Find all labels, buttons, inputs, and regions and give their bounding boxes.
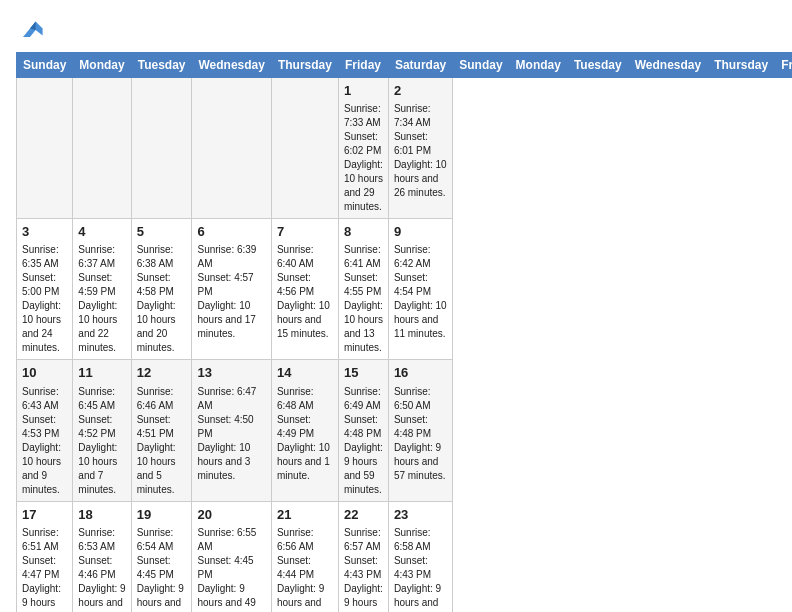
calendar-cell	[192, 78, 271, 219]
day-number: 3	[22, 223, 67, 241]
day-info: Sunrise: 6:45 AM Sunset: 4:52 PM Dayligh…	[78, 385, 125, 497]
header-sunday: Sunday	[17, 53, 73, 78]
day-number: 21	[277, 506, 333, 524]
header	[16, 16, 776, 44]
header-day-sunday: Sunday	[453, 53, 509, 78]
day-info: Sunrise: 6:41 AM Sunset: 4:55 PM Dayligh…	[344, 243, 383, 355]
header-day-wednesday: Wednesday	[628, 53, 707, 78]
calendar-cell	[271, 78, 338, 219]
day-number: 1	[344, 82, 383, 100]
calendar-cell	[131, 78, 192, 219]
day-info: Sunrise: 6:55 AM Sunset: 4:45 PM Dayligh…	[197, 526, 265, 612]
day-info: Sunrise: 6:51 AM Sunset: 4:47 PM Dayligh…	[22, 526, 67, 612]
day-info: Sunrise: 6:56 AM Sunset: 4:44 PM Dayligh…	[277, 526, 333, 612]
day-info: Sunrise: 6:47 AM Sunset: 4:50 PM Dayligh…	[197, 385, 265, 483]
calendar-cell: 22Sunrise: 6:57 AM Sunset: 4:43 PM Dayli…	[338, 501, 388, 612]
day-number: 4	[78, 223, 125, 241]
calendar-cell: 11Sunrise: 6:45 AM Sunset: 4:52 PM Dayli…	[73, 360, 131, 501]
day-number: 6	[197, 223, 265, 241]
day-number: 20	[197, 506, 265, 524]
calendar-cell: 19Sunrise: 6:54 AM Sunset: 4:45 PM Dayli…	[131, 501, 192, 612]
day-info: Sunrise: 7:33 AM Sunset: 6:02 PM Dayligh…	[344, 102, 383, 214]
day-info: Sunrise: 6:50 AM Sunset: 4:48 PM Dayligh…	[394, 385, 447, 483]
day-info: Sunrise: 6:42 AM Sunset: 4:54 PM Dayligh…	[394, 243, 447, 341]
day-info: Sunrise: 6:48 AM Sunset: 4:49 PM Dayligh…	[277, 385, 333, 483]
calendar-cell: 2Sunrise: 7:34 AM Sunset: 6:01 PM Daylig…	[388, 78, 452, 219]
calendar-cell	[73, 78, 131, 219]
header-saturday: Saturday	[388, 53, 452, 78]
calendar-cell: 4Sunrise: 6:37 AM Sunset: 4:59 PM Daylig…	[73, 219, 131, 360]
day-info: Sunrise: 6:43 AM Sunset: 4:53 PM Dayligh…	[22, 385, 67, 497]
calendar-cell: 16Sunrise: 6:50 AM Sunset: 4:48 PM Dayli…	[388, 360, 452, 501]
calendar-week-4: 17Sunrise: 6:51 AM Sunset: 4:47 PM Dayli…	[17, 501, 793, 612]
calendar-cell: 7Sunrise: 6:40 AM Sunset: 4:56 PM Daylig…	[271, 219, 338, 360]
day-number: 18	[78, 506, 125, 524]
calendar-cell: 23Sunrise: 6:58 AM Sunset: 4:43 PM Dayli…	[388, 501, 452, 612]
logo-icon	[16, 16, 44, 44]
day-number: 7	[277, 223, 333, 241]
day-info: Sunrise: 6:35 AM Sunset: 5:00 PM Dayligh…	[22, 243, 67, 355]
header-day-friday: Friday	[775, 53, 792, 78]
day-number: 19	[137, 506, 187, 524]
day-info: Sunrise: 6:58 AM Sunset: 4:43 PM Dayligh…	[394, 526, 447, 612]
calendar-cell: 5Sunrise: 6:38 AM Sunset: 4:58 PM Daylig…	[131, 219, 192, 360]
day-info: Sunrise: 6:39 AM Sunset: 4:57 PM Dayligh…	[197, 243, 265, 341]
calendar-cell: 14Sunrise: 6:48 AM Sunset: 4:49 PM Dayli…	[271, 360, 338, 501]
calendar-cell: 6Sunrise: 6:39 AM Sunset: 4:57 PM Daylig…	[192, 219, 271, 360]
day-number: 9	[394, 223, 447, 241]
day-number: 15	[344, 364, 383, 382]
day-info: Sunrise: 6:57 AM Sunset: 4:43 PM Dayligh…	[344, 526, 383, 612]
calendar-cell: 18Sunrise: 6:53 AM Sunset: 4:46 PM Dayli…	[73, 501, 131, 612]
header-tuesday: Tuesday	[131, 53, 192, 78]
day-number: 8	[344, 223, 383, 241]
calendar-cell: 17Sunrise: 6:51 AM Sunset: 4:47 PM Dayli…	[17, 501, 73, 612]
day-number: 5	[137, 223, 187, 241]
header-thursday: Thursday	[271, 53, 338, 78]
calendar-cell: 8Sunrise: 6:41 AM Sunset: 4:55 PM Daylig…	[338, 219, 388, 360]
day-info: Sunrise: 6:38 AM Sunset: 4:58 PM Dayligh…	[137, 243, 187, 355]
calendar-cell: 10Sunrise: 6:43 AM Sunset: 4:53 PM Dayli…	[17, 360, 73, 501]
day-info: Sunrise: 6:53 AM Sunset: 4:46 PM Dayligh…	[78, 526, 125, 612]
header-wednesday: Wednesday	[192, 53, 271, 78]
calendar-cell: 9Sunrise: 6:42 AM Sunset: 4:54 PM Daylig…	[388, 219, 452, 360]
day-number: 16	[394, 364, 447, 382]
calendar-table: SundayMondayTuesdayWednesdayThursdayFrid…	[16, 52, 792, 612]
day-info: Sunrise: 6:40 AM Sunset: 4:56 PM Dayligh…	[277, 243, 333, 341]
calendar-cell: 21Sunrise: 6:56 AM Sunset: 4:44 PM Dayli…	[271, 501, 338, 612]
day-number: 12	[137, 364, 187, 382]
day-info: Sunrise: 6:37 AM Sunset: 4:59 PM Dayligh…	[78, 243, 125, 355]
day-info: Sunrise: 6:54 AM Sunset: 4:45 PM Dayligh…	[137, 526, 187, 612]
calendar-week-2: 3Sunrise: 6:35 AM Sunset: 5:00 PM Daylig…	[17, 219, 793, 360]
calendar-week-3: 10Sunrise: 6:43 AM Sunset: 4:53 PM Dayli…	[17, 360, 793, 501]
header-day-tuesday: Tuesday	[567, 53, 628, 78]
calendar-week-1: 1Sunrise: 7:33 AM Sunset: 6:02 PM Daylig…	[17, 78, 793, 219]
logo	[16, 16, 48, 44]
day-info: Sunrise: 7:34 AM Sunset: 6:01 PM Dayligh…	[394, 102, 447, 200]
day-number: 14	[277, 364, 333, 382]
header-monday: Monday	[73, 53, 131, 78]
day-number: 11	[78, 364, 125, 382]
day-number: 13	[197, 364, 265, 382]
day-number: 10	[22, 364, 67, 382]
calendar-header-row: SundayMondayTuesdayWednesdayThursdayFrid…	[17, 53, 793, 78]
calendar-cell: 20Sunrise: 6:55 AM Sunset: 4:45 PM Dayli…	[192, 501, 271, 612]
header-day-monday: Monday	[509, 53, 567, 78]
header-friday: Friday	[338, 53, 388, 78]
calendar-cell: 1Sunrise: 7:33 AM Sunset: 6:02 PM Daylig…	[338, 78, 388, 219]
day-number: 2	[394, 82, 447, 100]
day-info: Sunrise: 6:49 AM Sunset: 4:48 PM Dayligh…	[344, 385, 383, 497]
day-number: 17	[22, 506, 67, 524]
day-number: 22	[344, 506, 383, 524]
calendar-cell: 15Sunrise: 6:49 AM Sunset: 4:48 PM Dayli…	[338, 360, 388, 501]
calendar-cell: 3Sunrise: 6:35 AM Sunset: 5:00 PM Daylig…	[17, 219, 73, 360]
calendar-cell: 13Sunrise: 6:47 AM Sunset: 4:50 PM Dayli…	[192, 360, 271, 501]
calendar-cell	[17, 78, 73, 219]
header-day-thursday: Thursday	[708, 53, 775, 78]
day-number: 23	[394, 506, 447, 524]
day-info: Sunrise: 6:46 AM Sunset: 4:51 PM Dayligh…	[137, 385, 187, 497]
calendar-cell: 12Sunrise: 6:46 AM Sunset: 4:51 PM Dayli…	[131, 360, 192, 501]
